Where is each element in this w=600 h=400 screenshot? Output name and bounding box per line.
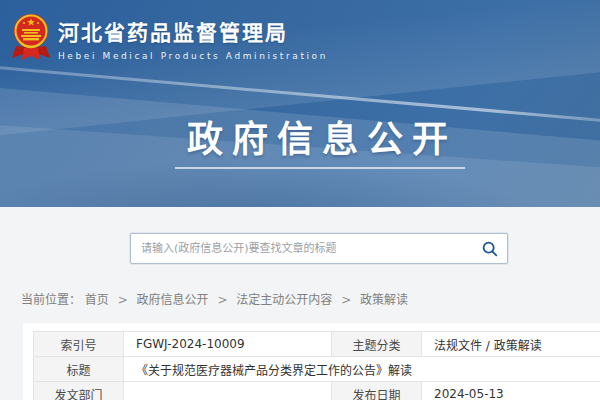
search-box xyxy=(130,233,508,264)
breadcrumb-prefix: 当前位置： xyxy=(21,293,81,307)
table-row-department: 发文部门 发布日期 2024-05-13 xyxy=(34,382,600,400)
doc-title-label: 标题 xyxy=(34,357,124,382)
breadcrumb-separator: > xyxy=(341,293,351,307)
index-number-label: 索引号 xyxy=(34,332,124,357)
search-input[interactable] xyxy=(131,234,473,263)
breadcrumb-separator: > xyxy=(118,293,128,307)
info-table: 索引号 FGWJ-2024-10009 主题分类 法规文件 / 政策解读 标题 … xyxy=(33,331,600,400)
org-name-en: Hebei Medical Products Administration xyxy=(58,51,328,61)
breadcrumb-link-statutory-disclosure[interactable]: 法定主动公开内容 xyxy=(236,293,332,307)
publish-date-value: 2024-05-13 xyxy=(422,382,600,400)
search-button[interactable] xyxy=(473,234,507,263)
issuing-department-label: 发文部门 xyxy=(34,382,124,400)
site-title-group: 河北省药品监督管理局 Hebei Medical Products Admini… xyxy=(58,12,328,61)
breadcrumb-separator: > xyxy=(217,293,227,307)
doc-title-value: 《关于规范医疗器械产品分类界定工作的公告》解读 xyxy=(124,357,600,382)
breadcrumb-link-policy-interpretation[interactable]: 政策解读 xyxy=(360,293,408,307)
topic-category-label: 主题分类 xyxy=(332,332,422,357)
breadcrumb-link-gov-info[interactable]: 政府信息公开 xyxy=(137,293,209,307)
table-row-title: 标题 《关于规范医疗器械产品分类界定工作的公告》解读 xyxy=(34,357,600,382)
main-content: 当前位置： 首页 > 政府信息公开 > 法定主动公开内容 > 政策解读 索引号 … xyxy=(0,207,600,400)
article-info-card: 索引号 FGWJ-2024-10009 主题分类 法规文件 / 政策解读 标题 … xyxy=(23,323,600,400)
org-name-cn: 河北省药品监督管理局 xyxy=(58,16,328,46)
breadcrumb: 当前位置： 首页 > 政府信息公开 > 法定主动公开内容 > 政策解读 xyxy=(21,290,408,307)
site-logo[interactable]: 河北省药品监督管理局 Hebei Medical Products Admini… xyxy=(12,12,328,62)
index-number-value: FGWJ-2024-10009 xyxy=(124,332,332,357)
title-underline xyxy=(175,167,465,169)
topic-category-value: 法规文件 / 政策解读 xyxy=(422,332,600,357)
page-title: 政府信息公开 xyxy=(0,110,600,162)
issuing-department-value xyxy=(124,382,332,400)
page: 河北省药品监督管理局 Hebei Medical Products Admini… xyxy=(0,0,600,400)
table-row-index: 索引号 FGWJ-2024-10009 主题分类 法规文件 / 政策解读 xyxy=(34,332,600,357)
site-banner: 河北省药品监督管理局 Hebei Medical Products Admini… xyxy=(0,0,600,207)
breadcrumb-link-home[interactable]: 首页 xyxy=(85,293,109,307)
publish-date-label: 发布日期 xyxy=(332,382,422,400)
search-icon xyxy=(481,240,499,258)
national-emblem-icon xyxy=(12,12,50,62)
